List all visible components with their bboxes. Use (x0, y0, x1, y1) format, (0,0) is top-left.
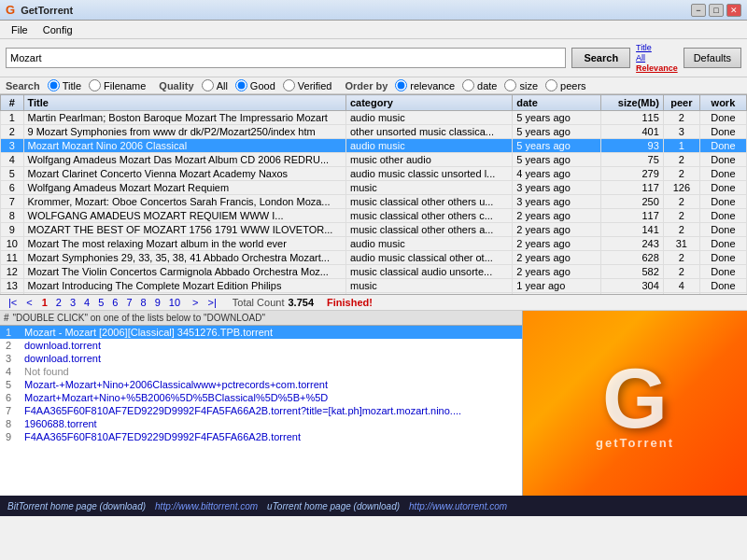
download-list-item[interactable]: 81960688.torrent (0, 417, 522, 430)
order-date[interactable]: date (462, 79, 497, 91)
cell-peer: 1 (663, 139, 699, 153)
download-list-item[interactable]: 2download.torrent (0, 339, 522, 352)
cell-work: Done (699, 181, 746, 195)
table-row[interactable]: 11 Mozart Symphonies 29, 33, 35, 38, 41 … (1, 251, 747, 265)
title-all-relevance-group[interactable]: Title All Relevance (636, 43, 678, 73)
table-row[interactable]: 8 WOLFGANG AMADEUS MOZART REQUIEM WWW I.… (1, 209, 747, 223)
order-relevance[interactable]: relevance (395, 79, 455, 91)
page-2[interactable]: 2 (53, 297, 64, 308)
close-button[interactable]: ✕ (726, 4, 741, 17)
download-list-item[interactable]: 9F4AA365F60F810AF7ED9229D9992F4FA5FA66A2… (0, 430, 522, 443)
table-row[interactable]: 4 Wolfgang Amadeus Mozart Das Mozart Alb… (1, 153, 747, 167)
download-list-item[interactable]: 1Mozart - Mozart [2006][Classical] 34512… (0, 326, 522, 339)
logo-letter: G (602, 357, 668, 441)
cell-date: 2 years ago (513, 265, 601, 279)
filter-title[interactable]: Title (48, 79, 81, 91)
cell-peer: 2 (663, 223, 699, 237)
download-list-item[interactable]: 6Mozart+Mozart+Nino+%5B2006%5D%5BClassic… (0, 391, 522, 404)
download-file-list: 1Mozart - Mozart [2006][Classical] 34512… (0, 326, 522, 496)
col-header-peer[interactable]: peer (663, 95, 699, 111)
table-row[interactable]: 1 Martin Pearlman; Boston Baroque Mozart… (1, 111, 747, 125)
filter-filename-radio[interactable] (89, 79, 101, 91)
cell-date: 2 years ago (513, 223, 601, 237)
relevance-link[interactable]: Relevance (636, 63, 678, 74)
table-row[interactable]: 6 Wolfgang Amadeus Mozart Mozart Requiem… (1, 181, 747, 195)
cell-work: Done (699, 251, 746, 265)
cell-num: 3 (1, 139, 24, 153)
cell-num: 10 (1, 237, 24, 251)
cell-title: Krommer, Mozart: Oboe Concertos Sarah Fr… (23, 195, 345, 209)
cell-category: music (345, 279, 512, 293)
col-header-work[interactable]: work (699, 95, 746, 111)
table-row[interactable]: 13 Mozart Introducing The Complete Mozar… (1, 279, 747, 293)
table-row[interactable]: 3 Mozart Mozart Nino 2006 Classical audi… (1, 139, 747, 153)
page-6[interactable]: 6 (109, 297, 120, 308)
order-relevance-radio[interactable] (395, 79, 407, 91)
page-first[interactable]: |< (6, 297, 20, 308)
cell-peer: 2 (663, 111, 699, 125)
page-4[interactable]: 4 (81, 297, 92, 308)
menu-file[interactable]: File (4, 22, 35, 37)
page-3[interactable]: 3 (67, 297, 78, 308)
dl-item-text: Mozart - Mozart [2006][Classical] 345127… (24, 327, 273, 338)
order-size[interactable]: size (504, 79, 538, 91)
cell-peer: 2 (663, 265, 699, 279)
download-list-item[interactable]: 4Not found (0, 365, 522, 378)
page-9[interactable]: 9 (152, 297, 163, 308)
quality-verified[interactable]: Verified (283, 79, 332, 91)
logo-text: getTorrent (596, 436, 674, 450)
table-row[interactable]: 12 Mozart The Violin Concertos Carmignol… (1, 265, 747, 279)
defaults-button[interactable]: Defaults (684, 48, 741, 68)
quality-good-radio[interactable] (235, 79, 247, 91)
ut-url[interactable]: http://www.utorrent.com (409, 501, 507, 511)
order-peers[interactable]: peers (545, 79, 586, 91)
all-link[interactable]: All (636, 53, 678, 63)
quality-all[interactable]: All (202, 79, 228, 91)
table-row[interactable]: 10 Mozart The most relaxing Mozart album… (1, 237, 747, 251)
table-row[interactable]: 9 MOZART THE BEST OF MOZART 1756 1791 WW… (1, 223, 747, 237)
page-5[interactable]: 5 (95, 297, 106, 308)
page-last[interactable]: >| (205, 297, 219, 308)
col-header-title[interactable]: Title (23, 95, 345, 111)
filter-filename[interactable]: Filename (89, 79, 146, 91)
download-list-item[interactable]: 3download.torrent (0, 352, 522, 365)
cell-date: 2 years ago (513, 251, 601, 265)
page-8[interactable]: 8 (138, 297, 149, 308)
dl-item-num: 2 (6, 340, 24, 351)
page-more[interactable]: > (190, 297, 201, 308)
page-10[interactable]: 10 (166, 297, 183, 308)
col-header-category[interactable]: category (345, 95, 512, 111)
dl-item-text: Mozart+Mozart+Nino+%5B2006%5D%5BClassica… (24, 392, 328, 403)
order-date-radio[interactable] (462, 79, 474, 91)
menu-config[interactable]: Config (35, 22, 80, 37)
table-row[interactable]: 7 Krommer, Mozart: Oboe Concertos Sarah … (1, 195, 747, 209)
quality-all-radio[interactable] (202, 79, 214, 91)
table-row[interactable]: 5 Mozart Clarinet Concerto Vienna Mozart… (1, 167, 747, 181)
title-link[interactable]: Title (636, 43, 678, 53)
cell-size: 401 (600, 125, 663, 139)
maximize-button[interactable]: □ (709, 4, 724, 17)
page-1[interactable]: 1 (39, 297, 50, 308)
table-row[interactable]: 2 9 Mozart Symphonies from www dr dk/P2/… (1, 125, 747, 139)
quality-verified-radio[interactable] (283, 79, 295, 91)
search-input[interactable] (6, 48, 566, 68)
col-header-size[interactable]: size(Mb) (600, 95, 663, 111)
order-size-radio[interactable] (504, 79, 516, 91)
quality-good[interactable]: Good (235, 79, 275, 91)
col-header-date[interactable]: date (513, 95, 601, 111)
hash-icon: # (4, 313, 9, 323)
minimize-button[interactable]: − (691, 4, 706, 17)
download-list-item[interactable]: 5Mozart-+Mozart+Nino+2006Classicalwww+pc… (0, 378, 522, 391)
filter-title-radio[interactable] (48, 79, 60, 91)
order-peers-radio[interactable] (545, 79, 557, 91)
cell-size: 117 (600, 181, 663, 195)
download-list-item[interactable]: 7F4AA365F60F810AF7ED9229D9992F4FA5FA66A2… (0, 404, 522, 417)
search-button[interactable]: Search (571, 48, 630, 68)
cell-category: audio music classical other ot... (345, 251, 512, 265)
page-7[interactable]: 7 (123, 297, 134, 308)
cell-peer: 4 (663, 279, 699, 293)
cell-date: 1 year ago (513, 279, 601, 293)
col-header-num[interactable]: # (1, 95, 24, 111)
page-prev[interactable]: < (23, 297, 35, 308)
bt-url[interactable]: http://www.bittorrent.com (155, 501, 258, 511)
